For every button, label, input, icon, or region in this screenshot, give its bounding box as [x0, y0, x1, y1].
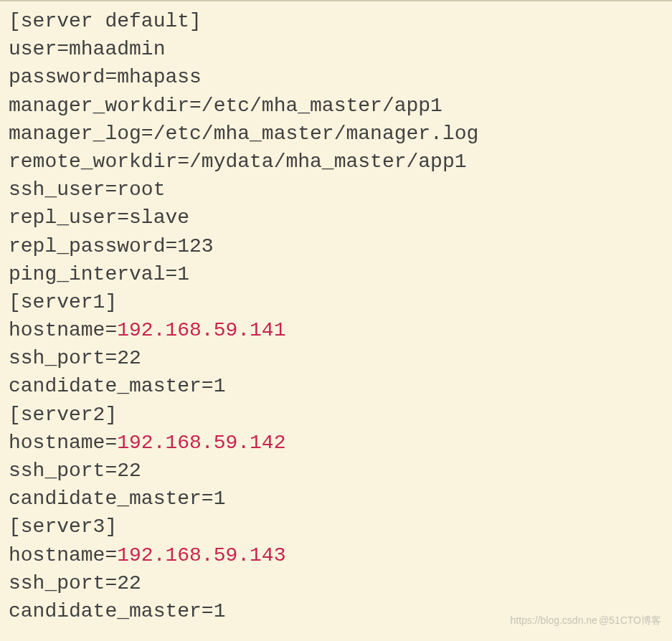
config-candidate-master1: candidate_master=1 [9, 372, 663, 400]
config-repl-password: repl_password=123 [9, 232, 663, 260]
config-section-server1: [server1] [9, 288, 663, 316]
hostname1-ip: 192.168.59.141 [117, 319, 285, 341]
hostname2-ip: 192.168.59.142 [117, 432, 285, 454]
config-section-default: [server default] [9, 7, 663, 35]
hostname3-ip: 192.168.59.143 [117, 544, 285, 566]
hostname3-prefix: hostname= [9, 544, 117, 566]
config-manager-log: manager_log=/etc/mha_master/manager.log [9, 120, 663, 148]
config-manager-workdir: manager_workdir=/etc/mha_master/app1 [9, 92, 663, 120]
config-hostname3: hostname=192.168.59.143 [9, 541, 663, 569]
config-password: password=mhapass [9, 63, 663, 91]
config-remote-workdir: remote_workdir=/mydata/mha_master/app1 [9, 148, 663, 176]
config-ssh-port2: ssh_port=22 [9, 457, 663, 485]
config-ssh-port3: ssh_port=22 [9, 569, 663, 597]
config-repl-user: repl_user=slave [9, 204, 663, 232]
config-user: user=mhaadmin [9, 35, 663, 63]
hostname2-prefix: hostname= [9, 432, 117, 454]
config-ping-interval: ping_interval=1 [9, 260, 663, 288]
config-section-server2: [server2] [9, 401, 663, 429]
watermark-left: https://blog.csdn.ne [510, 614, 597, 626]
config-hostname2: hostname=192.168.59.142 [9, 429, 663, 457]
config-ssh-user: ssh_user=root [9, 176, 663, 204]
config-ssh-port1: ssh_port=22 [9, 344, 663, 372]
config-candidate-master2: candidate_master=1 [9, 485, 663, 513]
watermark: https://blog.csdn.ne@51CTO博客 [510, 614, 661, 628]
config-hostname1: hostname=192.168.59.141 [9, 316, 663, 344]
watermark-right: @51CTO博客 [599, 614, 661, 626]
config-section-server3: [server3] [9, 513, 663, 541]
hostname1-prefix: hostname= [9, 319, 117, 341]
